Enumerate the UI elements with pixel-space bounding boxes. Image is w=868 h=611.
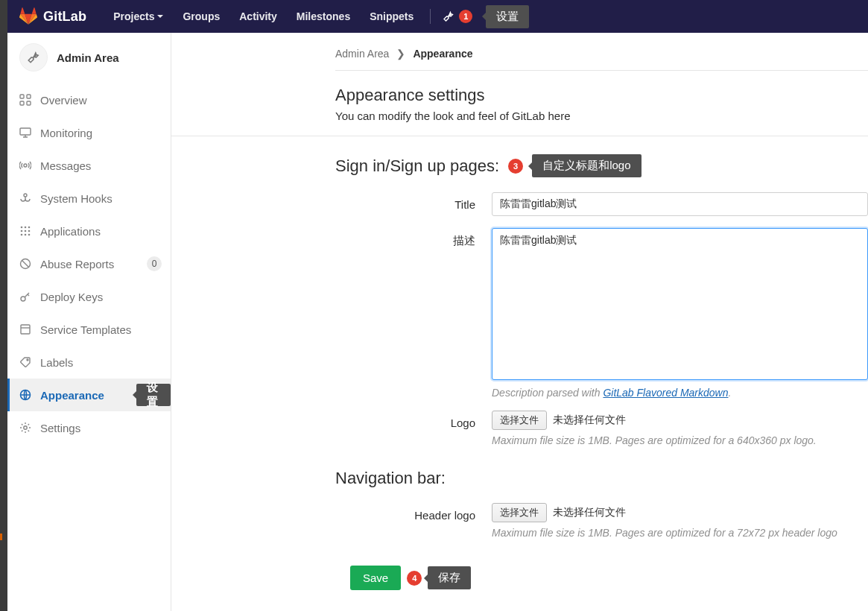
sidebar-item-monitoring[interactable]: Monitoring — [7, 116, 171, 149]
header-logo-file-status: 未选择任何文件 — [553, 506, 626, 519]
sidebar-nav: Overview Monitoring Messages System Hook… — [7, 83, 171, 450]
sidebar-item-appearance[interactable]: Appearance 2 设置 — [7, 379, 171, 411]
page-subtitle: You can modify the look and feel of GitL… — [171, 110, 868, 136]
sidebar-item-label: Settings — [40, 422, 162, 434]
label-title: Title — [335, 192, 492, 211]
template-icon — [16, 323, 34, 335]
sidebar-item-label: Deploy Keys — [40, 291, 162, 303]
svg-point-9 — [28, 227, 31, 229]
gear-icon — [16, 422, 34, 434]
brand[interactable]: GitLab — [19, 7, 86, 25]
overview-icon — [16, 94, 34, 106]
sidebar-item-label: Applications — [40, 225, 162, 238]
breadcrumb: Admin Area ❯ Appearance — [171, 33, 868, 70]
sidebar-item-label: Monitoring — [40, 127, 162, 139]
key-icon — [16, 291, 34, 303]
save-button[interactable]: Save — [350, 566, 401, 590]
wrench-avatar-icon — [19, 43, 48, 72]
row-header-logo: Header logo 选择文件 未选择任何文件 Maximum file si… — [171, 496, 868, 543]
sidebar-item-messages[interactable]: Messages — [7, 149, 171, 182]
abuse-count-badge: 0 — [147, 256, 162, 271]
chevron-down-icon — [157, 15, 163, 21]
topnav: GitLab Projects Groups Activity Mileston… — [7, 0, 868, 33]
desc-help-prefix: Description parsed with — [492, 387, 603, 399]
sidebar: Admin Area Overview Monitoring Messages — [7, 33, 171, 611]
nav-activity-label: Activity — [239, 10, 277, 22]
callout-badge-1: 1 — [459, 10, 472, 23]
broadcast-icon — [16, 159, 34, 171]
svg-point-21 — [24, 426, 27, 429]
wrench-icon — [443, 10, 454, 22]
hook-icon — [16, 192, 34, 204]
sidebar-item-service-templates[interactable]: Service Templates — [7, 313, 171, 346]
sidebar-item-deploy-keys[interactable]: Deploy Keys — [7, 280, 171, 313]
svg-rect-4 — [20, 128, 31, 135]
svg-point-13 — [21, 234, 23, 236]
svg-point-10 — [21, 230, 23, 232]
sidebar-item-label: Service Templates — [40, 323, 162, 336]
sidebar-item-label: Abuse Reports — [40, 258, 147, 270]
nav-activity[interactable]: Activity — [230, 0, 286, 33]
page-title: Appearance settings — [171, 71, 868, 110]
gfm-link[interactable]: GitLab Flavored Markdown — [603, 387, 728, 399]
row-title: Title — [171, 185, 868, 221]
logo-help: Maximum file size is 1MB. Pages are opti… — [492, 434, 868, 446]
sidebar-item-label: Labels — [40, 356, 162, 369]
nav-groups-label: Groups — [183, 10, 220, 22]
nav-snippets[interactable]: Snippets — [361, 0, 422, 33]
abuse-icon — [16, 258, 34, 270]
sidebar-item-system-hooks[interactable]: System Hooks — [7, 182, 171, 215]
svg-point-6 — [24, 194, 27, 197]
sidebar-item-overview[interactable]: Overview — [7, 83, 171, 116]
svg-point-7 — [21, 227, 23, 229]
nav-projects-label: Projects — [113, 10, 154, 22]
brand-name: GitLab — [43, 9, 86, 25]
header-logo-help: Maximum file size is 1MB. Pages are opti… — [492, 527, 868, 539]
callout-badge-3: 3 — [508, 159, 523, 174]
header-logo-choose-file-button[interactable]: 选择文件 — [492, 503, 547, 522]
save-row: Save 4 保存 — [171, 543, 868, 590]
logo-file-status: 未选择任何文件 — [553, 414, 626, 427]
svg-rect-0 — [20, 95, 24, 98]
breadcrumb-root[interactable]: Admin Area — [335, 48, 389, 60]
admin-wrench-button[interactable]: 1 — [438, 0, 477, 33]
tooltip-save: 保存 — [428, 566, 471, 589]
description-textarea[interactable] — [492, 228, 868, 380]
title-input[interactable] — [492, 192, 868, 216]
svg-rect-1 — [27, 95, 31, 98]
sidebar-item-labels[interactable]: Labels — [7, 346, 171, 379]
svg-point-19 — [27, 359, 28, 361]
row-logo: Logo 选择文件 未选择任何文件 Maximum file size is 1… — [171, 403, 868, 451]
chevron-right-icon: ❯ — [396, 48, 405, 60]
nav-groups[interactable]: Groups — [174, 0, 229, 33]
callout-badge-4: 4 — [407, 571, 422, 586]
sidebar-item-applications[interactable]: Applications — [7, 215, 171, 247]
svg-point-14 — [25, 234, 27, 236]
gitlab-logo-icon — [19, 7, 37, 25]
tooltip-settings-top: 设置 — [486, 5, 529, 28]
labels-icon — [16, 356, 34, 368]
label-header-logo: Header logo — [335, 503, 492, 522]
sidebar-item-settings[interactable]: Settings — [7, 411, 171, 444]
nav-milestones-label: Milestones — [297, 10, 350, 22]
logo-choose-file-button[interactable]: 选择文件 — [492, 411, 547, 430]
nav-projects[interactable]: Projects — [104, 0, 172, 33]
label-description: 描述 — [335, 228, 492, 248]
svg-point-8 — [25, 227, 27, 229]
nav-snippets-label: Snippets — [370, 10, 414, 22]
window-scroll-gutter — [0, 0, 7, 611]
sidebar-header[interactable]: Admin Area — [7, 33, 171, 83]
sidebar-item-abuse-reports[interactable]: Abuse Reports 0 — [7, 247, 171, 280]
section-signin-title: Sign in/Sign up pages: — [335, 156, 499, 176]
svg-point-11 — [25, 230, 27, 232]
appearance-icon — [16, 389, 34, 401]
row-description: 描述 Description parsed with GitLab Flavor… — [171, 221, 868, 403]
section-navbar-header: Navigation bar: — [171, 451, 868, 496]
monitor-icon — [16, 127, 34, 139]
sidebar-item-label: System Hooks — [40, 192, 162, 205]
sidebar-item-label: Messages — [40, 159, 162, 172]
sidebar-item-label: Appearance — [40, 389, 145, 402]
svg-point-15 — [28, 234, 31, 236]
nav-milestones[interactable]: Milestones — [288, 0, 359, 33]
svg-rect-3 — [27, 101, 31, 105]
